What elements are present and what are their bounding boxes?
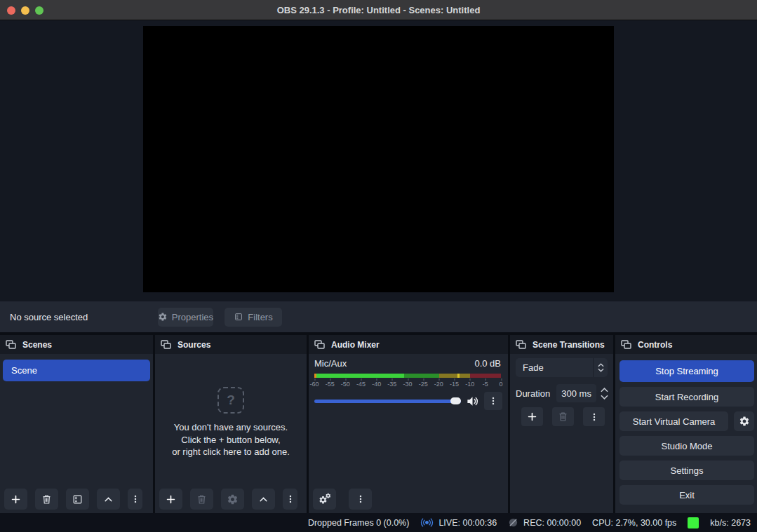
trash-icon	[41, 493, 53, 505]
remove-scene-button[interactable]	[35, 489, 58, 510]
audio-mixer-panel: Audio Mixer Mic/Aux 0.0 dB -60 -55 -50 -…	[309, 335, 508, 513]
chevron-up-icon	[257, 493, 269, 505]
duration-spinner[interactable]	[601, 388, 608, 400]
mixer-more-button[interactable]	[349, 489, 372, 510]
trash-icon	[557, 411, 569, 423]
meter-tick-label: -55	[326, 381, 335, 388]
meter-tick-label: -10	[465, 381, 474, 388]
program-canvas[interactable]	[143, 26, 614, 292]
controls-buttons: Stop Streaming Start Recording Start Vir…	[619, 360, 754, 505]
scene-name: Scene	[11, 365, 37, 376]
title-bar: OBS 29.1.3 - Profile: Untitled - Scenes:…	[0, 0, 757, 20]
virtual-camera-row: Start Virtual Camera	[619, 411, 754, 431]
add-scene-button[interactable]	[4, 489, 27, 510]
mixer-toolbar	[313, 489, 372, 510]
dock-icon	[6, 340, 16, 349]
meter-tick-label: -20	[434, 381, 443, 388]
scenes-panel-header: Scenes	[0, 335, 153, 354]
scenes-panel: Scenes Scene	[0, 335, 153, 513]
sources-more-button[interactable]	[283, 489, 297, 510]
transition-select[interactable]: Fade	[516, 358, 608, 377]
meter-tick-label: -35	[387, 381, 396, 388]
scene-transitions-panel-title: Scene Transitions	[532, 340, 605, 350]
virtual-camera-config-button[interactable]	[734, 411, 754, 431]
plus-icon	[526, 411, 538, 423]
move-source-up-button[interactable]	[252, 489, 275, 510]
channel-name: Mic/Aux	[314, 358, 347, 369]
properties-button[interactable]: Properties	[158, 308, 213, 327]
scenes-toolbar	[4, 489, 142, 510]
scenes-more-button[interactable]	[128, 489, 142, 510]
transition-more-button[interactable]	[583, 407, 605, 426]
sources-panel-title: Sources	[177, 340, 210, 350]
transition-value: Fade	[516, 362, 593, 373]
start-recording-button[interactable]: Start Recording	[619, 387, 754, 407]
minimize-button[interactable]	[21, 6, 29, 15]
channel-level-db: 0.0 dB	[474, 358, 501, 369]
channel-more-button[interactable]	[484, 392, 502, 410]
meter-tick-label: -30	[403, 381, 412, 388]
kebab-icon	[356, 493, 366, 505]
controls-panel-title: Controls	[638, 340, 672, 350]
volume-handle[interactable]	[450, 397, 461, 404]
mixer-channel-row: Mic/Aux 0.0 dB	[314, 358, 501, 369]
cpu-label: CPU: 2.7%, 30.00 fps	[592, 518, 676, 528]
add-transition-button[interactable]	[521, 407, 543, 426]
live-status: LIVE: 00:00:36	[420, 517, 497, 528]
kebab-icon	[589, 411, 599, 423]
meter-tick-label: -50	[341, 381, 350, 388]
volume-meter	[314, 374, 501, 378]
kebab-icon	[286, 493, 295, 505]
speaker-icon	[466, 395, 479, 408]
filters-button[interactable]: Filters	[225, 308, 282, 327]
exit-button[interactable]: Exit	[619, 485, 754, 505]
stop-streaming-button[interactable]: Stop Streaming	[619, 360, 754, 382]
studio-mode-button[interactable]: Studio Mode	[619, 436, 754, 456]
add-source-button[interactable]	[159, 489, 182, 510]
scene-filters-button[interactable]	[66, 489, 89, 510]
kebab-icon	[488, 395, 498, 407]
empty-sources-message: You don't have any sources. Click the + …	[155, 421, 307, 458]
remove-source-button[interactable]	[190, 489, 213, 510]
preview-area	[0, 20, 757, 301]
move-scene-up-button[interactable]	[97, 489, 120, 510]
filter-icon	[234, 312, 243, 322]
double-gear-icon	[319, 493, 331, 505]
meter-tick-label: -25	[419, 381, 428, 388]
meter-tick-label: -15	[450, 381, 459, 388]
rec-time-label: REC: 00:00:00	[523, 518, 581, 528]
chevron-down-icon	[601, 395, 608, 400]
duration-label: Duration	[516, 388, 550, 399]
audio-mixer-panel-title: Audio Mixer	[331, 340, 380, 350]
sources-toolbar	[159, 489, 297, 510]
advanced-audio-button[interactable]	[313, 489, 336, 510]
meter-tick-label: -60	[309, 381, 319, 388]
rec-status: REC: 00:00:00	[508, 517, 581, 528]
filter-icon	[72, 493, 83, 505]
duration-row: Duration 300 ms	[516, 384, 609, 402]
start-virtual-camera-button[interactable]: Start Virtual Camera	[619, 411, 728, 431]
duration-input[interactable]: 300 ms	[556, 384, 596, 402]
source-toolbar: No source selected Properties Filters	[0, 301, 757, 332]
empty-line-1: You don't have any sources.	[155, 421, 307, 434]
meter-tick-label: -45	[356, 381, 366, 388]
volume-slider[interactable]	[314, 397, 461, 404]
peak-indicator	[457, 374, 460, 378]
scene-list-item[interactable]: Scene	[3, 360, 150, 381]
gear-icon	[158, 312, 168, 322]
empty-line-2: Click the + button below,	[155, 434, 307, 446]
trash-icon	[196, 493, 208, 505]
remove-transition-button[interactable]	[552, 407, 574, 426]
settings-button[interactable]: Settings	[619, 461, 754, 480]
filters-label: Filters	[248, 312, 272, 322]
close-button[interactable]	[7, 6, 15, 15]
broadcast-icon	[420, 517, 434, 528]
live-time-label: LIVE: 00:00:36	[438, 518, 497, 528]
duration-value: 300 ms	[561, 388, 591, 399]
mute-toggle[interactable]	[466, 395, 479, 408]
source-properties-button[interactable]	[221, 489, 244, 510]
zoom-button[interactable]	[35, 6, 43, 15]
window-controls	[7, 0, 43, 20]
chevron-up-icon	[102, 493, 114, 505]
congestion-indicator	[688, 517, 699, 528]
